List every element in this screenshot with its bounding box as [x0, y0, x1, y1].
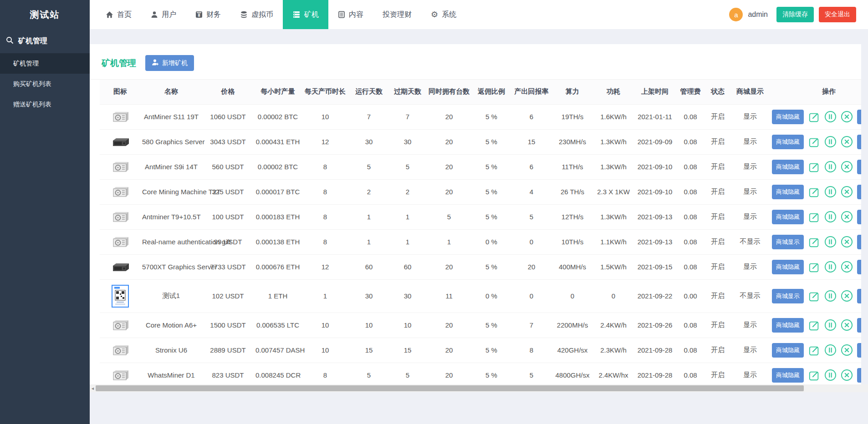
edit-icon[interactable] [808, 161, 820, 173]
nav-item-miners[interactable]: 矿机 [283, 0, 328, 29]
edit-icon[interactable] [808, 211, 820, 223]
avatar[interactable]: a [729, 8, 743, 21]
nav-item-system[interactable]: ⚙系统 [421, 0, 466, 29]
user-icon [151, 11, 158, 18]
price-cell: 2889 USDT [202, 338, 254, 363]
price-cell: 1500 USDT [202, 313, 254, 338]
daily_hours-cell: 8 [301, 154, 349, 179]
sidebar-item-purchased-miners[interactable]: 购买矿机列表 [0, 74, 90, 94]
rebate-cell: 5 % [472, 104, 511, 129]
edit-icon[interactable] [808, 319, 820, 331]
mall-toggle-button[interactable]: 商城隐藏 [772, 135, 804, 149]
update-button[interactable]: 更新已 [857, 135, 861, 149]
sidebar-item-gifted-miners[interactable]: 赠送矿机列表 [0, 94, 90, 115]
mall-toggle-button[interactable]: 商城隐藏 [772, 260, 804, 274]
listed-cell: 2021-09-10 [634, 154, 676, 179]
nav-item-users[interactable]: 用户 [141, 0, 186, 29]
cancel-icon[interactable] [841, 161, 853, 173]
edit-icon[interactable] [808, 344, 820, 356]
cancel-icon[interactable] [841, 211, 853, 223]
nav-item-investment[interactable]: 投资理财 [373, 0, 421, 29]
column-header-5: 运行天数 [349, 80, 389, 104]
mall-toggle-button[interactable]: 商城隐藏 [772, 368, 804, 383]
pause-icon[interactable] [824, 136, 837, 148]
mall-toggle-button[interactable]: 商城显示 [772, 289, 804, 303]
edit-icon[interactable] [808, 136, 820, 148]
cancel-icon[interactable] [841, 111, 853, 123]
edit-icon[interactable] [808, 261, 820, 273]
pause-icon[interactable] [824, 290, 837, 302]
pause-icon[interactable] [824, 211, 837, 223]
nav-item-crypto[interactable]: 虚拟币 [230, 0, 283, 29]
run_days-cell: 30 [349, 129, 389, 154]
scroll-left-arrow-icon[interactable]: ◄ [90, 386, 96, 391]
daily_hours-cell: 10 [301, 104, 349, 129]
cancel-icon[interactable] [841, 136, 853, 148]
mall-toggle-button[interactable]: 商城显示 [772, 235, 804, 249]
own_limit-cell: 20 [426, 338, 472, 363]
nav-item-content[interactable]: 内容 [328, 0, 373, 29]
update-button[interactable]: 更新已 [857, 235, 861, 249]
update-button[interactable]: 更新已 [857, 110, 861, 124]
pause-icon[interactable] [824, 261, 837, 273]
logout-button[interactable]: 安全退出 [819, 7, 856, 22]
cancel-icon[interactable] [841, 290, 853, 302]
mall-toggle-button[interactable]: 商城隐藏 [772, 318, 804, 333]
sidebar-item-miner-manage[interactable]: 矿机管理 [0, 53, 90, 74]
horizontal-scrollbar-thumb[interactable] [96, 385, 804, 391]
cancel-icon[interactable] [841, 236, 853, 248]
sidebar-section-header[interactable]: 矿机管理 [0, 29, 90, 53]
cancel-icon[interactable] [841, 261, 853, 273]
update-button[interactable]: 更新已 [857, 318, 861, 333]
mall-toggle-button[interactable]: 商城隐藏 [772, 210, 804, 224]
mall-toggle-button[interactable]: 商城隐藏 [772, 343, 804, 358]
pause-icon[interactable] [824, 344, 837, 356]
actions-cell: 商城隐藏更新已 [770, 363, 861, 384]
daily_hours-cell: 8 [301, 363, 349, 384]
mall-toggle-button[interactable]: 商城隐藏 [772, 160, 804, 174]
hashrate-cell: 4800GH/sx [552, 363, 593, 384]
update-button[interactable]: 更新已 [857, 160, 861, 174]
pause-icon[interactable] [824, 236, 837, 248]
add-miner-button[interactable]: 新增矿机 [145, 55, 194, 71]
mall-cell: 显示 [730, 104, 770, 129]
update-button[interactable]: 更新已 [857, 185, 861, 199]
roi-cell: 5 [511, 363, 552, 384]
hourly_output-cell: 0.000431 ETH [254, 129, 301, 154]
update-button[interactable]: 更新已 [857, 260, 861, 274]
pause-icon[interactable] [824, 111, 837, 123]
cancel-icon[interactable] [841, 319, 853, 331]
nav-item-finance[interactable]: ¥财务 [186, 0, 230, 29]
edit-icon[interactable] [808, 369, 820, 381]
edit-icon[interactable] [808, 186, 820, 198]
gpu-server-image [101, 262, 139, 272]
own_limit-cell: 20 [426, 363, 472, 384]
cancel-icon[interactable] [841, 369, 853, 381]
username[interactable]: admin [748, 10, 768, 19]
edit-icon[interactable] [808, 290, 820, 302]
cancel-icon[interactable] [841, 186, 853, 198]
miner-image [101, 111, 139, 123]
roi-cell: 4 [511, 179, 552, 204]
hourly_output-cell: 0.000017 BTC [254, 179, 301, 204]
update-button[interactable]: 更新已 [857, 210, 861, 224]
power-cell: 2.4KW/h [593, 313, 634, 338]
horizontal-scrollbar[interactable]: ◄ [90, 384, 868, 392]
pause-icon[interactable] [824, 186, 837, 198]
mall-toggle-button[interactable]: 商城隐藏 [772, 110, 804, 124]
nav-item-home[interactable]: 首页 [96, 0, 141, 29]
edit-icon[interactable] [808, 111, 820, 123]
pause-icon[interactable] [824, 161, 837, 173]
update-button[interactable]: 更新已 [857, 289, 861, 303]
fee-cell: 0.08 [676, 254, 705, 279]
own_limit-cell: 5 [426, 204, 472, 229]
pause-icon[interactable] [824, 319, 837, 331]
mall-toggle-button[interactable]: 商城隐藏 [772, 185, 804, 199]
cancel-icon[interactable] [841, 344, 853, 356]
name-cell: Antminer T9+10.5T [141, 204, 202, 229]
pause-icon[interactable] [824, 369, 837, 381]
clear-cache-button[interactable]: 清除缓存 [776, 7, 814, 22]
edit-icon[interactable] [808, 236, 820, 248]
update-button[interactable]: 更新已 [857, 343, 861, 358]
update-button[interactable]: 更新已 [857, 368, 861, 383]
